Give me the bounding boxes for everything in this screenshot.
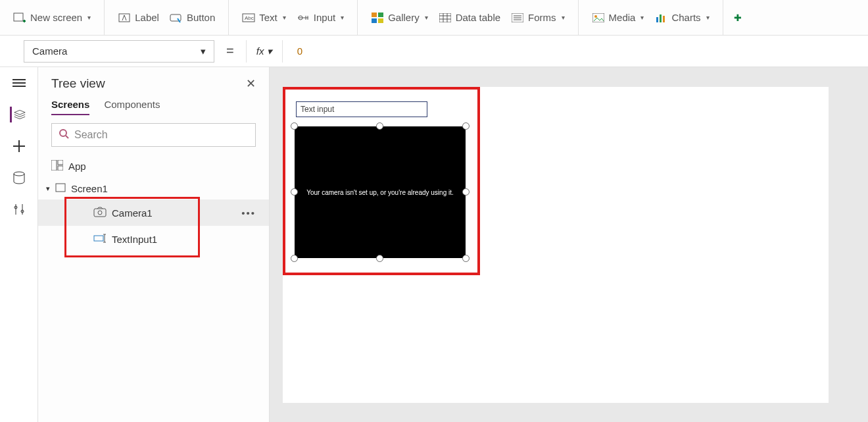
forms-dropdown[interactable]: Forms ▾ (506, 9, 570, 26)
svg-point-39 (60, 130, 66, 136)
text-icon: Abc (242, 12, 255, 24)
screen-icon (55, 183, 66, 194)
app-icon (51, 160, 63, 172)
gallery-dropdown[interactable]: Gallery ▾ (366, 9, 433, 26)
new-screen-icon (13, 12, 26, 24)
svg-rect-43 (58, 166, 63, 171)
resize-handle[interactable] (462, 122, 470, 130)
camera-message: Your camera isn't set up, or you're alre… (306, 189, 454, 196)
svg-rect-14 (378, 18, 383, 23)
label-text: Label (135, 12, 159, 23)
resize-handle[interactable] (291, 188, 298, 196)
input-label: Input (314, 12, 335, 23)
charts-icon (654, 12, 667, 24)
media-dropdown[interactable]: Media ▾ (587, 9, 650, 26)
chevron-down-icon[interactable]: ▾ (46, 184, 50, 193)
forms-icon (511, 12, 524, 24)
svg-line-40 (66, 136, 68, 138)
svg-text:Abc: Abc (245, 15, 254, 21)
screen-canvas[interactable]: Text input Your camera isn't set up, or … (283, 87, 829, 403)
resize-handle[interactable] (376, 255, 383, 262)
formula-bar: Camera ▾ = fx ▾ 0 (0, 36, 868, 67)
input-icon (297, 12, 310, 24)
property-name: Camera (32, 45, 67, 57)
tree-item-app[interactable]: App (38, 155, 269, 178)
tools-icon[interactable] (11, 201, 27, 217)
svg-rect-42 (58, 160, 63, 165)
new-screen-button[interactable]: New screen ▾ (8, 9, 96, 26)
resize-handle[interactable] (462, 188, 470, 196)
search-icon (59, 128, 69, 142)
text-input-control[interactable]: Text input (296, 101, 427, 117)
input-dropdown[interactable]: Input ▾ (291, 9, 349, 26)
camera-control[interactable]: Your camera isn't set up, or you're alre… (295, 126, 466, 258)
button-button[interactable]: Button (164, 9, 220, 26)
svg-point-34 (14, 172, 24, 176)
tree-item-textinput1[interactable]: TextInput1 (38, 226, 269, 252)
resize-handle[interactable] (291, 255, 298, 262)
insert-icon[interactable] (11, 138, 27, 154)
label-icon (118, 12, 131, 24)
data-table-button[interactable]: Data table (433, 9, 506, 26)
svg-rect-44 (56, 184, 65, 192)
formula-input[interactable]: 0 (289, 40, 852, 63)
tree-item-label: Camera1 (112, 207, 153, 219)
svg-rect-26 (656, 17, 658, 22)
close-icon[interactable]: ✕ (246, 76, 256, 91)
tree-view-icon[interactable] (10, 107, 26, 122)
svg-rect-12 (378, 13, 383, 17)
data-table-label: Data table (456, 12, 500, 23)
tab-components[interactable]: Components (104, 99, 160, 115)
svg-point-25 (594, 15, 597, 18)
charts-label: Charts (671, 12, 700, 23)
gallery-label: Gallery (388, 12, 420, 23)
more-icon[interactable]: ••• (241, 207, 256, 219)
tree-item-label: TextInput1 (112, 234, 157, 245)
resize-handle[interactable] (376, 122, 383, 130)
svg-rect-47 (94, 236, 103, 241)
text-input-value: Text input (301, 105, 334, 114)
svg-rect-11 (372, 13, 377, 17)
tree-view-panel: Tree view ✕ Screens Components Search Ap… (38, 67, 270, 422)
tree-search-input[interactable]: Search (51, 123, 256, 147)
forms-label: Forms (528, 12, 556, 23)
chevron-down-icon: ▾ (640, 14, 644, 21)
new-screen-label: New screen (30, 12, 82, 23)
text-input-icon (93, 234, 107, 245)
add-icon[interactable]: ✚ (731, 12, 744, 24)
resize-handle[interactable] (291, 122, 298, 130)
resize-handle[interactable] (462, 255, 470, 262)
chevron-down-icon: ▾ (87, 14, 91, 21)
tab-screens[interactable]: Screens (51, 99, 89, 115)
text-label: Text (259, 12, 277, 23)
svg-rect-45 (94, 209, 106, 217)
tree-item-label: Screen1 (71, 183, 108, 194)
svg-rect-0 (14, 13, 23, 21)
chevron-down-icon: ▾ (283, 14, 286, 21)
equals-sign: = (226, 43, 234, 59)
svg-rect-15 (439, 13, 451, 22)
button-text: Button (187, 12, 215, 23)
button-icon (170, 12, 183, 24)
tree-item-screen1[interactable]: ▾ Screen1 (38, 178, 269, 199)
data-icon[interactable] (11, 170, 27, 186)
chevron-down-icon: ▾ (267, 45, 272, 57)
chevron-down-icon: ▾ (201, 45, 206, 57)
label-button[interactable]: Label (112, 9, 164, 26)
fx-label: fx (256, 45, 264, 57)
chevron-down-icon: ▾ (706, 14, 710, 21)
hamburger-icon[interactable] (11, 75, 27, 91)
svg-point-46 (98, 211, 102, 215)
svg-rect-28 (663, 16, 665, 22)
charts-dropdown[interactable]: Charts ▾ (649, 9, 714, 26)
text-dropdown[interactable]: Abc Text ▾ (237, 9, 291, 26)
property-selector[interactable]: Camera ▾ (24, 40, 214, 63)
chevron-down-icon: ▾ (425, 14, 428, 21)
chevron-down-icon: ▾ (562, 14, 565, 21)
tree-item-camera1[interactable]: Camera1 ••• (38, 199, 269, 226)
fx-button[interactable]: fx ▾ (246, 40, 283, 63)
formula-value: 0 (297, 45, 302, 57)
tree-item-label: App (68, 161, 86, 172)
tree-view-title: Tree view (51, 76, 105, 91)
media-icon (592, 12, 605, 24)
